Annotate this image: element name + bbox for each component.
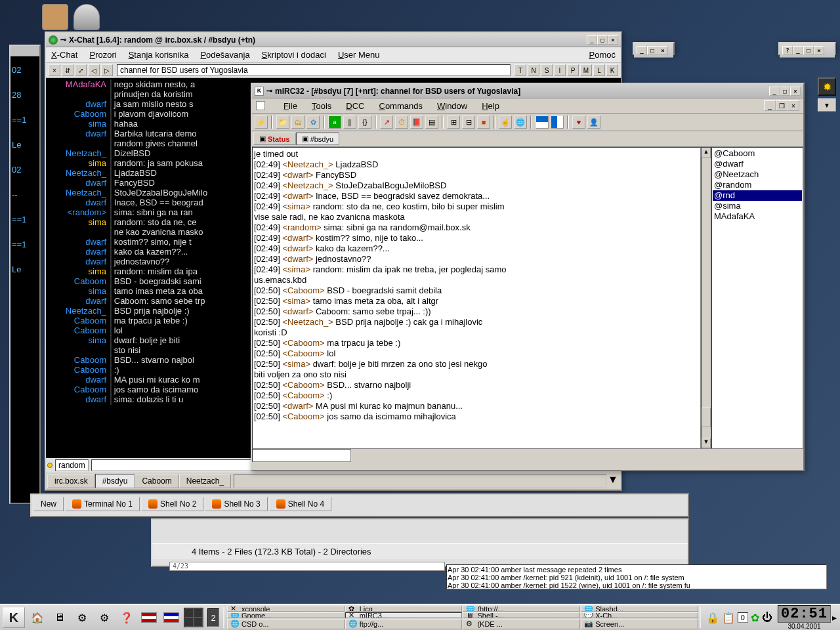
quick-help-icon[interactable]: ❓ [117,608,136,627]
minimize-icon[interactable]: _ [637,46,647,55]
favorites-icon[interactable]: ✿ [306,116,320,129]
maximize-icon[interactable]: □ [647,46,658,55]
task-button[interactable]: 🌐CSD o... [227,619,345,629]
tab-terminal-1[interactable]: Terminal No 1 [65,497,140,511]
menu-tools[interactable]: Tools [312,101,331,111]
licq-tray-icon[interactable]: ✿ [751,612,759,624]
mode-p-button[interactable]: P [567,64,579,76]
quick-terminal-icon[interactable]: 🖥 [50,608,70,627]
quick-control-icon[interactable]: ⚙ [72,608,92,627]
k-menu-button[interactable]: K [3,607,25,628]
switchbar-status[interactable]: ▣Status [253,133,296,145]
flag-us-icon[interactable] [139,608,159,627]
dropdown-arrow[interactable]: ▼ [818,98,836,112]
nick-box[interactable]: random [55,459,89,471]
task-button[interactable]: 🖥Shell -... [463,612,580,618]
mode-n-button[interactable]: N [528,64,539,76]
tile-v-icon[interactable] [551,116,564,129]
help-icon[interactable]: ? [782,46,793,55]
log-icon[interactable]: ▤ [425,116,438,129]
channels-icon[interactable]: ⊞ [447,116,460,129]
gear-button[interactable]: ✹ [818,77,836,96]
flag-yu-icon[interactable] [161,608,181,627]
nick-item[interactable]: @rnd [713,190,802,201]
scroll-down-icon[interactable]: ▼ [702,438,711,448]
mode-m-button[interactable]: M [580,64,592,76]
quick-kde-icon[interactable]: ⚙ [94,608,114,627]
scroll-down-icon[interactable]: ▼ [608,474,620,486]
dcc-send-icon[interactable]: ↗ [380,116,393,129]
close-tab-icon[interactable]: × [49,64,60,76]
mode-s-button[interactable]: S [541,64,553,76]
quick-home-icon[interactable]: 🏠 [28,608,47,627]
notify-icon[interactable]: ■ [477,116,490,129]
tab-shell-2[interactable]: Shell No 2 [141,497,203,511]
tab-shell-3[interactable]: Shell No 3 [205,497,267,511]
connect-icon[interactable]: ⚡ [255,116,268,129]
expand-icon[interactable]: ⤢ [75,64,87,76]
prev-icon[interactable]: ◁ [88,64,100,76]
nick-item[interactable]: @Caboom [713,148,802,159]
power-icon[interactable]: ⏻ [762,612,772,623]
mdi-restore-button[interactable]: ❐ [776,100,788,111]
desktop-number[interactable]: 2 [207,608,219,627]
nick-item[interactable]: @Neetzach [713,169,802,180]
menu-userstates[interactable]: Stanja korisnika [129,50,189,60]
task-button[interactable]: ✕xconsole [227,606,345,612]
menu-dcc[interactable]: DCC [346,101,364,111]
aliases-icon[interactable]: a [328,116,341,129]
mode-i-button[interactable]: I [554,64,566,76]
tile-h-icon[interactable] [536,116,549,129]
desktop-trash-icon[interactable] [71,4,102,35]
tab-shell-4[interactable]: Shell No 4 [269,497,331,511]
switchbar-channel[interactable]: ▣#bsdyu [296,133,339,145]
menu-commands[interactable]: Commands [379,101,423,111]
tab-query-1[interactable]: Caboom [135,474,178,488]
task-button[interactable]: 📷Screen... [581,619,698,629]
mirc-titlebar[interactable]: K ⊸ mIRC32 - [#bsdyu [7] [+nrt]: channel… [252,84,803,98]
menu-windows[interactable]: Prozori [89,50,116,60]
tab-new[interactable]: New [33,497,64,511]
close-icon[interactable]: × [814,46,824,55]
nick-item[interactable]: @dwarf [713,159,802,169]
minimize-button[interactable]: _ [769,87,780,96]
folder-icon[interactable]: 🗂 [291,116,304,129]
clock[interactable]: 02:51 [778,605,831,623]
nicklist[interactable]: @Caboom@dwarf@Neetzach@random@rnd@simaMA… [711,147,803,449]
mirc-message-input[interactable] [252,449,351,462]
tab-server[interactable]: irc.box.sk [47,474,95,488]
remote-icon[interactable]: {} [358,116,371,129]
close-icon[interactable]: × [658,46,668,55]
mode-k-button[interactable]: K [606,64,618,76]
minimize-button[interactable]: _ [587,35,597,45]
maximize-icon[interactable]: □ [803,46,814,55]
url-icon[interactable]: 🌐 [514,116,527,129]
mode-t-button[interactable]: T [514,64,526,76]
menu-scripts[interactable]: Skriptovi i dodaci [262,50,326,60]
mdi-close-button[interactable]: × [788,100,799,111]
task-button[interactable]: 🌐(http://... [463,606,580,612]
finger-icon[interactable]: ☝ [499,116,512,129]
task-button[interactable]: 💬X-Ch... [581,612,698,618]
scroll-up-icon[interactable]: ▲ [702,148,711,158]
timer-icon[interactable]: ⏱ [395,116,408,129]
tray-counter[interactable]: 0 [738,612,748,623]
nick-item[interactable]: @random [713,180,802,190]
menu-user[interactable]: User Menu [338,50,380,60]
pager-icon[interactable] [184,608,203,627]
menu-xchat[interactable]: X-Chat [51,50,77,60]
close-button[interactable]: × [608,35,618,45]
next-icon[interactable]: ▷ [101,64,113,76]
close-button[interactable]: × [790,87,801,96]
lock-icon[interactable]: 🔒 [706,612,719,624]
tab-channel[interactable]: #bsdyu [95,474,135,488]
panel-arrow-icon[interactable]: ▸ [831,612,837,623]
task-button[interactable]: ✿Licq [345,606,463,612]
menu-settings[interactable]: Podešavanja [200,50,249,60]
maximize-button[interactable]: □ [597,35,608,45]
tab-query-2[interactable]: Neetzach_ [179,474,231,488]
menu-help[interactable]: Help [482,101,499,111]
link-icon[interactable]: ⇵ [62,64,74,76]
nick-item[interactable]: MAdafaKA [713,211,802,222]
scroll-thumb[interactable] [702,408,711,427]
